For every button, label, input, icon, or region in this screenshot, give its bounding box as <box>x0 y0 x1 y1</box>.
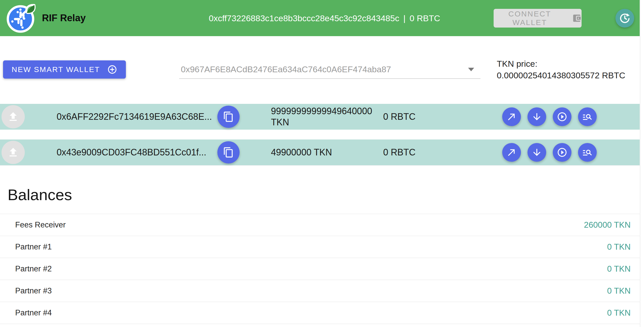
execute-button[interactable] <box>553 107 571 126</box>
table-row: Partner #3 0 TKN <box>0 280 640 302</box>
arrow-down-icon <box>532 111 542 122</box>
copy-icon <box>223 111 234 122</box>
call-made-icon <box>506 147 517 158</box>
copy-address-button[interactable] <box>217 106 240 128</box>
smart-wallet-row: 0x43e9009CD03FC48BD551Cc01f... 49900000 … <box>0 139 640 165</box>
smart-wallet-row: 0x6AFF2292Fc7134619E9A63C68E... 99999999… <box>0 104 640 130</box>
receive-button[interactable] <box>527 107 546 126</box>
balance-label: Partner #1 <box>15 242 52 251</box>
transfer-button[interactable] <box>502 143 521 162</box>
update-refresh-icon <box>619 13 630 24</box>
transfer-button[interactable] <box>502 107 521 126</box>
account-separator: | <box>403 13 406 23</box>
scrollbar[interactable] <box>640 0 644 327</box>
balance-value: 0 TKN <box>607 242 631 252</box>
smart-wallet-token-balance: 99999999999949640000 TKN <box>271 106 380 128</box>
new-smart-wallet-label: NEW SMART WALLET <box>12 65 100 74</box>
add-circle-icon <box>107 64 117 75</box>
balance-value: 0 TKN <box>607 264 631 274</box>
balances-section: Balances Fees Receiver 260000 TKN Partne… <box>0 165 640 324</box>
connected-account: 0xcff73226883c1ce8b3bccc28e45c3c92c84348… <box>209 13 440 23</box>
smart-wallet-address: 0x6AFF2292Fc7134619E9A63C68E... <box>57 111 217 122</box>
new-smart-wallet-button[interactable]: NEW SMART WALLET <box>3 60 126 79</box>
smart-wallet-select-value: 0x967AF6E8ACdB2476Ea634aC764c0A6EF474aba… <box>179 64 391 74</box>
balance-label: Partner #4 <box>15 308 52 317</box>
smart-wallet-actions <box>502 143 597 162</box>
app-title: RIF Relay <box>42 13 86 24</box>
app-header: RIF Relay 0xcff73226883c1ce8b3bccc28e45c… <box>0 0 640 36</box>
deploy-upload-button[interactable] <box>2 141 25 164</box>
call-made-icon <box>506 111 517 122</box>
upload-icon <box>7 146 19 158</box>
wallet-toolbar: NEW SMART WALLET 0x967AF6E8ACdB2476Ea634… <box>0 36 640 81</box>
balance-value: 0 TKN <box>607 286 631 296</box>
inspect-button[interactable] <box>578 107 597 126</box>
rif-relay-page: RIF Relay 0xcff73226883c1ce8b3bccc28e45c… <box>0 0 644 327</box>
smart-wallet-rbtc-balance: 0 RBTC <box>383 147 438 158</box>
play-circle-icon <box>557 111 567 122</box>
manage-search-icon <box>582 147 593 158</box>
arrow-down-icon <box>532 147 542 158</box>
token-price-value: 0.00000254014380305572 RBTC <box>497 69 626 81</box>
manage-search-icon <box>582 111 593 122</box>
token-price: TKN price: 0.00000254014380305572 RBTC <box>497 58 626 81</box>
balance-value: 260000 TKN <box>584 220 631 230</box>
balance-value: 0 TKN <box>607 308 631 318</box>
balance-label: Fees Receiver <box>15 220 66 229</box>
chevron-down-icon <box>468 68 474 71</box>
play-circle-icon <box>557 147 567 158</box>
table-row: Partner #4 0 TKN <box>0 302 640 324</box>
table-row: Partner #2 0 TKN <box>0 258 640 280</box>
connected-account-address: 0xcff73226883c1ce8b3bccc28e45c3c92c84348… <box>209 13 399 23</box>
rif-logo-icon <box>7 3 36 33</box>
copy-icon <box>223 147 234 158</box>
inspect-button[interactable] <box>578 143 597 162</box>
balance-label: Partner #3 <box>15 286 52 295</box>
smart-wallet-rbtc-balance: 0 RBTC <box>383 111 438 122</box>
smart-wallet-select[interactable]: 0x967AF6E8ACdB2476Ea634aC764c0A6EF474aba… <box>179 60 480 79</box>
header-actions: CONNECT WALLET <box>494 9 640 28</box>
table-row: Fees Receiver 260000 TKN <box>0 214 640 236</box>
balances-title: Balances <box>8 186 640 204</box>
receive-button[interactable] <box>527 143 546 162</box>
deploy-upload-button[interactable] <box>2 105 25 128</box>
page-content: RIF Relay 0xcff73226883c1ce8b3bccc28e45c… <box>0 0 640 324</box>
copy-address-button[interactable] <box>217 141 240 164</box>
smart-wallet-token-balance: 49900000 TKN <box>271 147 380 158</box>
wallet-icon <box>572 13 582 23</box>
balances-table: Fees Receiver 260000 TKN Partner #1 0 TK… <box>0 214 640 324</box>
refresh-button[interactable] <box>615 9 634 28</box>
connected-account-balance: 0 RBTC <box>410 13 440 23</box>
smart-wallet-actions <box>502 107 597 126</box>
balance-label: Partner #2 <box>15 264 52 273</box>
upload-icon <box>7 111 19 123</box>
connect-wallet-button[interactable]: CONNECT WALLET <box>494 9 582 28</box>
token-price-label: TKN price: <box>497 58 626 69</box>
table-row: Partner #1 0 TKN <box>0 236 640 258</box>
smart-wallet-address: 0x43e9009CD03FC48BD551Cc01f... <box>57 147 217 158</box>
execute-button[interactable] <box>553 143 571 162</box>
connect-wallet-label: CONNECT WALLET <box>494 10 566 27</box>
